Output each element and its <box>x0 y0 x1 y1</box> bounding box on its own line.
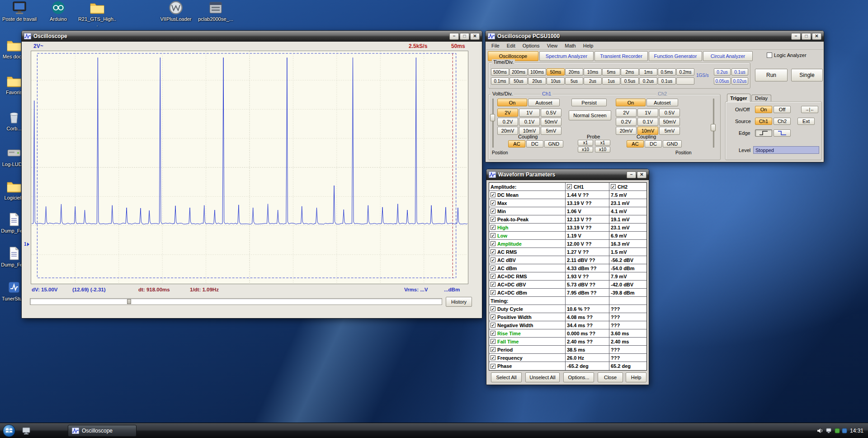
ch1-coupling-gnd[interactable]: GND <box>544 140 563 148</box>
mode-button-4[interactable]: Circuit Analyzer <box>703 51 753 61</box>
desktop-icon[interactable]: pclab2000se_... <box>196 0 235 22</box>
menu-edit[interactable]: Edit <box>503 43 519 49</box>
ch2-volt-button[interactable]: 10mV <box>637 127 658 135</box>
ch2-checkbox[interactable]: ✓ <box>611 184 616 189</box>
maximize-button[interactable]: □ <box>802 33 811 40</box>
timediv-button[interactable]: 50us <box>509 77 528 85</box>
ch1-volt-button[interactable]: 1V <box>519 109 540 117</box>
param-checkbox[interactable]: ✓ <box>491 249 495 254</box>
close-button[interactable]: ✕ <box>470 33 480 40</box>
timediv-button[interactable]: 0.1ms <box>491 77 509 85</box>
param-checkbox[interactable]: ✓ <box>491 192 495 197</box>
timediv-button[interactable]: 20ms <box>565 68 583 76</box>
minimize-button[interactable]: – <box>449 33 459 40</box>
timediv-button[interactable]: 100ms <box>528 68 546 76</box>
status-green-icon[interactable] <box>834 427 841 434</box>
logic-analyzer-checkbox[interactable] <box>767 52 772 58</box>
waveform-display[interactable] <box>31 51 468 284</box>
params-button-help[interactable]: Help <box>626 372 646 382</box>
desktop-icon[interactable]: R21_GTS_High... <box>78 0 117 27</box>
timediv-button[interactable]: 0.1us <box>658 77 676 85</box>
trigger-source-ch2[interactable]: Ch2 <box>774 118 791 125</box>
param-checkbox[interactable]: ✓ <box>491 355 495 360</box>
params-button-select-all[interactable]: Select All <box>491 372 522 382</box>
taskbar-task-oscilloscope[interactable]: Oscilloscope <box>68 425 137 437</box>
ch1-coupling-ac[interactable]: AC <box>508 140 525 148</box>
ch2-volt-button[interactable]: 0.2V <box>616 118 637 126</box>
trigger-off-button[interactable]: Off <box>774 106 791 113</box>
ch2-autoset-button[interactable]: Autoset <box>646 99 678 106</box>
trigger-halfscale-button[interactable]: →|← <box>801 106 818 113</box>
ch2-position-slider[interactable] <box>711 99 716 148</box>
ch2-volt-button[interactable]: 5mV <box>659 127 680 135</box>
trigger-status-field[interactable]: Stopped <box>753 146 819 154</box>
timediv-button[interactable]: 0.2ms <box>676 68 694 76</box>
param-checkbox[interactable]: ✓ <box>491 257 495 262</box>
ch1-probe-x10-button[interactable]: x10 <box>578 147 593 152</box>
ch1-on-button[interactable]: On <box>497 99 527 106</box>
maximize-button[interactable]: □ <box>460 33 469 40</box>
persist-button[interactable]: Persist <box>571 99 607 106</box>
trigger-source-ch1[interactable]: Ch1 <box>755 118 772 125</box>
timediv-button[interactable]: 2ms <box>621 68 639 76</box>
ch2-volt-button[interactable]: 20mV <box>616 127 637 135</box>
param-checkbox[interactable]: ✓ <box>491 241 495 246</box>
trigger-source-ext[interactable]: Ext <box>797 118 815 125</box>
timediv-button[interactable]: 0.5ms <box>658 68 676 76</box>
delay-tab[interactable]: Delay <box>751 95 771 101</box>
timediv-button[interactable]: 2us <box>584 77 602 85</box>
timediv-button[interactable]: 1ms <box>639 68 657 76</box>
ch1-volt-button[interactable]: 50mV <box>541 118 561 126</box>
params-button-options-[interactable]: Options... <box>563 372 594 382</box>
ch2-volt-button[interactable]: 1V <box>637 109 658 117</box>
param-checkbox[interactable]: ✓ <box>491 347 495 352</box>
ch1-volt-button[interactable]: 20mV <box>497 127 518 135</box>
network-icon[interactable] <box>826 427 833 434</box>
ch2-coupling-gnd[interactable]: GND <box>663 140 682 148</box>
run-button[interactable]: Run <box>755 69 788 81</box>
ch2-probe-x10-button[interactable]: x10 <box>595 147 610 152</box>
menu-options[interactable]: Options <box>519 43 543 49</box>
ch2-volt-button[interactable]: 0.1V <box>637 118 658 126</box>
timediv-button[interactable]: 200ms <box>509 68 528 76</box>
ch1-probe-x1-button[interactable]: x1 <box>578 140 593 146</box>
ch2-probe-x1-button[interactable]: x1 <box>595 140 610 146</box>
oscilloscope-titlebar[interactable]: Oscilloscope – □ ✕ <box>22 31 482 42</box>
ch1-volt-button[interactable]: 5mV <box>541 127 561 135</box>
param-checkbox[interactable]: ✓ <box>491 323 495 328</box>
param-checkbox[interactable]: ✓ <box>491 306 495 311</box>
mode-button-3[interactable]: Function Generator <box>649 51 702 61</box>
timediv-button[interactable]: 10ms <box>584 68 602 76</box>
close-button[interactable]: ✕ <box>637 171 646 178</box>
desktop-icon[interactable]: VIIPlusLoader <box>156 0 195 22</box>
ch1-autoset-button[interactable]: Autoset <box>528 99 560 106</box>
ch1-volt-button[interactable]: 0.2V <box>497 118 518 126</box>
close-button[interactable]: ✕ <box>812 33 821 40</box>
param-checkbox[interactable]: ✓ <box>491 200 495 205</box>
timediv-ext-button[interactable]: 0.2us <box>714 68 731 76</box>
single-button[interactable]: Single <box>791 69 823 81</box>
timediv-button[interactable]: 20us <box>528 77 546 85</box>
timediv-ext-button[interactable]: 0.02us <box>731 77 748 85</box>
start-button[interactable] <box>3 424 15 437</box>
menu-view[interactable]: View <box>543 43 561 49</box>
volume-icon[interactable] <box>816 427 824 434</box>
ch1-volt-button[interactable]: 10mV <box>519 127 540 135</box>
ch1-position-slider[interactable] <box>490 99 495 148</box>
menu-math[interactable]: Math <box>561 43 579 49</box>
param-checkbox[interactable]: ✓ <box>491 339 495 344</box>
params-button-close[interactable]: Close <box>598 372 623 382</box>
param-checkbox[interactable]: ✓ <box>491 217 495 222</box>
trigger-tab[interactable]: Trigger <box>727 94 750 102</box>
param-checkbox[interactable]: ✓ <box>491 225 495 230</box>
minimize-button[interactable]: – <box>791 33 801 40</box>
ch1-volt-button[interactable]: 2V <box>497 109 518 117</box>
mode-button-1[interactable]: Spectrum Analyzer <box>539 51 594 61</box>
timediv-ext-button[interactable]: 0.05us <box>714 77 731 85</box>
param-checkbox[interactable]: ✓ <box>491 209 495 214</box>
params-button-unselect-all[interactable]: Unselect All <box>525 372 560 382</box>
param-checkbox[interactable]: ✓ <box>491 364 495 369</box>
ch1-volt-button[interactable]: 0.5V <box>541 109 561 117</box>
ch2-coupling-dc[interactable]: DC <box>645 140 662 148</box>
menu-file[interactable]: File <box>488 43 503 49</box>
